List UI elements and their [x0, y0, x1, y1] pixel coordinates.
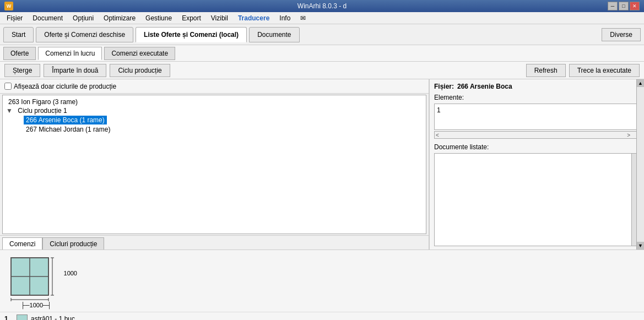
title-bar: W WinArhi 8.0.3 - d ─ □ ✕: [0, 0, 644, 12]
tab-oferte[interactable]: Oferte: [3, 47, 36, 60]
elements-hscroll[interactable]: < >: [434, 131, 640, 139]
tree-node-ciclu[interactable]: ▼ Ciclu producție 1: [6, 106, 423, 115]
window-diagram-svg: [6, 253, 77, 308]
elements-box: 1: [434, 104, 640, 130]
elements-label: Elemente:: [434, 94, 640, 101]
expand-icon[interactable]: ▼: [6, 107, 14, 115]
tree-node-michael[interactable]: 267 Michael Jordan (1 rame): [6, 125, 423, 134]
right-panel-vscroll[interactable]: ▲ ▼: [636, 79, 644, 250]
menu-vizibil[interactable]: Vizibil: [207, 12, 232, 24]
filter-checkbox-label[interactable]: Afișează doar ciclurile de producție: [4, 83, 116, 90]
detail-area: 1000 ├─1000─┤ 1 astră01 - 1 buc.: [0, 250, 644, 320]
tab-comenzi-in-lucru[interactable]: Comenzi în lucru: [38, 47, 102, 60]
tab-start[interactable]: Start: [3, 27, 34, 42]
scroll-right-arrow[interactable]: >: [627, 132, 630, 138]
scroll-down-arrow[interactable]: ▼: [637, 242, 644, 250]
ciclu-button[interactable]: Ciclu producție: [110, 64, 170, 77]
menu-fisier[interactable]: Fișier: [2, 12, 27, 24]
item-desc-1: astră01 - 1 buc.: [31, 315, 77, 320]
tab-comenzi-executate[interactable]: Comenzi executate: [104, 47, 175, 60]
menu-document[interactable]: Document: [28, 12, 67, 24]
close-button[interactable]: ✕: [630, 2, 640, 10]
menu-traducere[interactable]: Traducere: [234, 12, 274, 24]
menu-info[interactable]: Info: [275, 12, 295, 24]
menu-optiuni[interactable]: Opțiuni: [68, 12, 98, 24]
documents-box: [434, 153, 640, 246]
window-controls: ─ □ ✕: [608, 2, 640, 10]
trece-button[interactable]: Trece la executate: [569, 64, 640, 77]
bottom-tab-comenzi[interactable]: Comenzi: [2, 237, 42, 250]
sterge-button[interactable]: Șterge: [4, 64, 40, 77]
scroll-track: [637, 87, 644, 242]
tab-documente[interactable]: Documente: [249, 27, 299, 42]
bottom-tab-cicluri[interactable]: Cicluri producție: [42, 237, 104, 250]
width-label: ├─1000─┤: [21, 302, 52, 308]
sub-tabs-bar: Oferte Comenzi în lucru Comenzi executat…: [0, 45, 644, 62]
filter-bar: Afișează doar ciclurile de producție: [0, 79, 429, 94]
filter-checkbox[interactable]: [4, 83, 12, 90]
file-name: 266 Arsenie Boca: [457, 83, 512, 90]
minimize-button[interactable]: ─: [608, 2, 618, 10]
diagram-wrapper: 1000 ├─1000─┤: [6, 253, 77, 308]
menu-export[interactable]: Export: [177, 12, 205, 24]
window-title: WinArhi 8.0.3 - d: [297, 2, 347, 10]
item-row-1: 1 astră01 - 1 buc.: [0, 312, 644, 320]
scroll-up-arrow[interactable]: ▲: [637, 79, 644, 87]
menu-optimizare[interactable]: Optimizare: [99, 12, 140, 24]
diverse-button[interactable]: Diverse: [602, 28, 641, 41]
main-toolbar: Start Oferte și Comenzi deschise Liste O…: [0, 24, 644, 45]
item-swatch-1: [17, 314, 28, 320]
menu-mail[interactable]: ✉: [296, 12, 310, 24]
menu-gestiune[interactable]: Gestiune: [141, 12, 176, 24]
refresh-button[interactable]: Refresh: [526, 64, 566, 77]
bottom-tabs: Comenzi Cicluri producție: [0, 235, 429, 250]
menu-bar: Fișier Document Opțiuni Optimizare Gesti…: [0, 12, 644, 24]
tab-liste-oferte-comenzi[interactable]: Liste Oferte și Comenzi (local): [136, 27, 247, 42]
app-logo: W: [4, 2, 13, 10]
left-panel: Afișează doar ciclurile de producție 263…: [0, 79, 429, 250]
file-label: Fișier:: [434, 83, 454, 90]
action-bar: Șterge Împarte în două Ciclu producție R…: [0, 62, 644, 79]
tree-node-arsenie[interactable]: 266 Arsenie Boca (1 rame): [6, 115, 423, 125]
maximize-button[interactable]: □: [619, 2, 629, 10]
tab-oferte-comenzi-deschise[interactable]: Oferte și Comenzi deschise: [36, 27, 133, 42]
right-panel: Fișier: 266 Arsenie Boca Elemente: 1 < >…: [429, 79, 644, 250]
scroll-left-arrow[interactable]: <: [436, 132, 439, 138]
height-label: 1000: [64, 270, 77, 276]
tree-node-figaro[interactable]: 263 Ion Figaro (3 rame): [6, 97, 423, 106]
documents-label: Documente listate:: [434, 143, 640, 151]
diagram-container: 1000 ├─1000─┤: [0, 250, 644, 312]
tree-area[interactable]: 263 Ion Figaro (3 rame) ▼ Ciclu producți…: [2, 95, 426, 234]
imparte-button[interactable]: Împarte în două: [44, 64, 106, 77]
